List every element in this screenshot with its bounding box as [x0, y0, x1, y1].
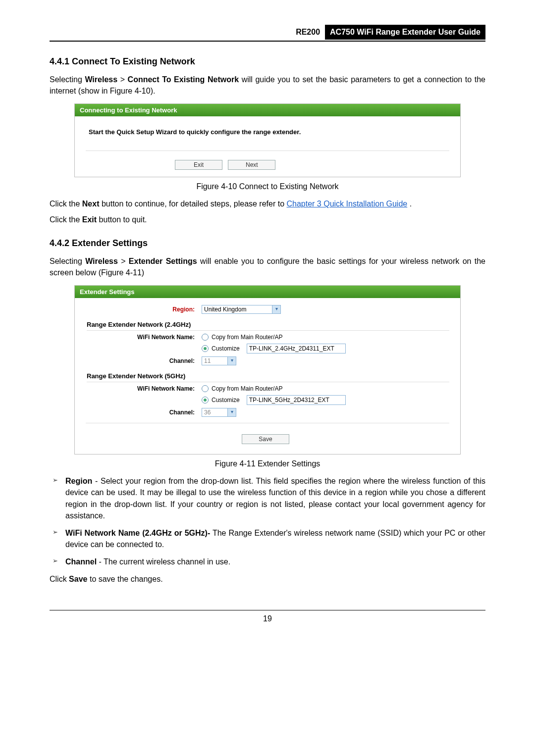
figure-4-10-caption: Figure 4-10 Connect to Existing Network [50, 182, 485, 191]
chapter3-link[interactable]: Chapter 3 Quick Installation Guide [287, 200, 408, 208]
region-value: United Kingdom [204, 306, 246, 313]
radio-customize-5-label: Customize [212, 397, 240, 403]
section-heading-442: 4.4.2 Extender Settings [50, 238, 485, 249]
channel-select-5[interactable]: 36 ▾ [202, 408, 236, 417]
figure-4-11-caption: Figure 4-11 Extender Settings [50, 459, 485, 468]
channel-value-24: 11 [204, 357, 211, 364]
page-number: 19 [50, 610, 485, 623]
exit-button[interactable]: Exit [175, 160, 222, 170]
panel-title: Extender Settings [75, 286, 460, 298]
radio-copy-5[interactable] [202, 385, 209, 392]
paragraph: Click the Exit button to quit. [50, 214, 485, 225]
next-button[interactable]: Next [228, 160, 275, 170]
channel-label-24: Channel: [86, 357, 202, 364]
list-item: WiFi Network Name (2.4GHz or 5GHz)- The … [52, 527, 485, 550]
radio-customize-24[interactable] [202, 345, 209, 352]
figure-4-11-panel: Extender Settings Region: United Kingdom… [74, 285, 461, 454]
ssid-input-5[interactable] [247, 395, 346, 405]
band-24-heading: Range Extender Network (2.4GHz) [87, 321, 449, 331]
list-item: Channel - The current wireless channel i… [52, 556, 485, 567]
band-5-heading: Range Extender Network (5GHz) [87, 372, 449, 382]
radio-copy-5-label: Copy from Main Router/AP [212, 385, 282, 392]
ssid-input-24[interactable] [247, 344, 346, 353]
paragraph: Selecting Wireless > Connect To Existing… [50, 74, 485, 97]
chevron-down-icon: ▾ [227, 357, 236, 365]
figure-4-10-panel: Connecting to Existing Network Start the… [74, 103, 461, 177]
paragraph: Click Save to save the changes. [50, 573, 485, 585]
channel-value-5: 36 [204, 409, 211, 416]
radio-customize-24-label: Customize [212, 345, 240, 352]
wifi-name-label-5: WiFi Network Name: [86, 385, 202, 392]
panel-title: Connecting to Existing Network [75, 104, 460, 116]
channel-label-5: Channel: [86, 409, 202, 416]
radio-copy-24-label: Copy from Main Router/AP [212, 334, 282, 341]
notes-list: Region - Select your region from the dro… [50, 475, 485, 567]
paragraph: Selecting Wireless > Extender Settings w… [50, 255, 485, 278]
model-label: RE200 [294, 25, 325, 40]
paragraph: Click the Next button to continue, for d… [50, 198, 485, 209]
radio-copy-24[interactable] [202, 334, 209, 341]
panel-message: Start the Quick Setup Wizard to quickly … [86, 123, 449, 145]
guide-title: AC750 WiFi Range Extender User Guide [325, 25, 485, 40]
list-item: Region - Select your region from the dro… [52, 475, 485, 521]
chevron-down-icon: ▾ [272, 305, 280, 313]
save-button[interactable]: Save [242, 434, 289, 444]
region-label: Region: [86, 306, 202, 313]
chevron-down-icon: ▾ [227, 408, 236, 416]
region-select[interactable]: United Kingdom ▾ [202, 305, 281, 314]
radio-customize-5[interactable] [202, 397, 209, 403]
section-heading-441: 4.4.1 Connect To Existing Network [50, 56, 485, 67]
channel-select-24[interactable]: 11 ▾ [202, 356, 236, 365]
page-header: RE200AC750 WiFi Range Extender User Guid… [50, 25, 485, 42]
wifi-name-label-24: WiFi Network Name: [86, 334, 202, 341]
